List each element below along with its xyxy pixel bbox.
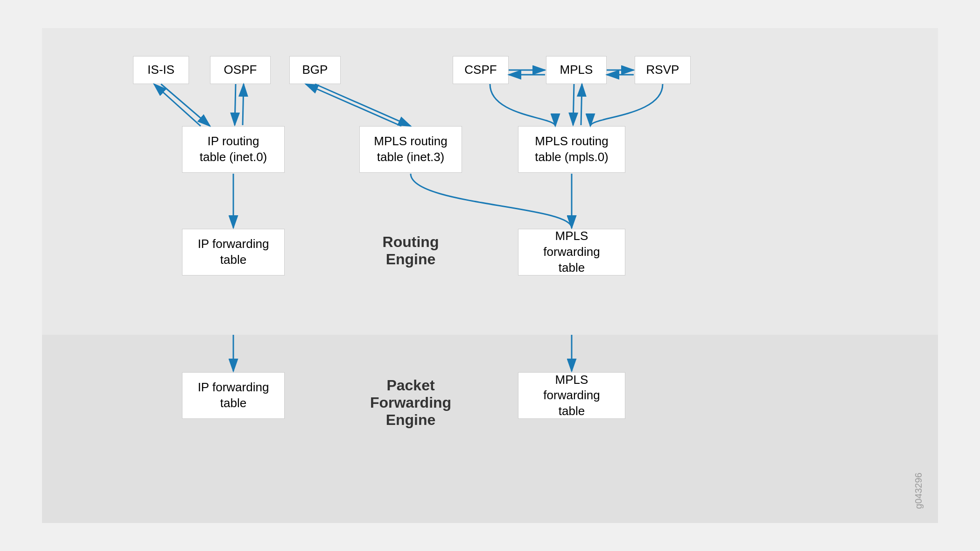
ospf-box: OSPF xyxy=(210,56,271,84)
pfe-panel: IP forwardingtable MPLS forwardingtable … xyxy=(42,335,938,523)
mpls-routing-mpls0-box: MPLS routingtable (mpls.0) xyxy=(518,126,625,173)
svg-line-9 xyxy=(243,84,244,125)
routing-engine-panel: IS-IS OSPF BGP CSPF MPLS RSVP IP routing… xyxy=(42,28,938,335)
mpls-top-box: MPLS xyxy=(546,56,607,84)
svg-line-6 xyxy=(161,84,210,126)
mpls-forwarding-table-re-box: MPLS forwardingtable xyxy=(518,229,625,276)
mpls-forwarding-table-pfe-box: MPLS forwardingtable xyxy=(518,372,625,419)
svg-line-8 xyxy=(235,84,236,125)
pfe-label: Packet ForwardingEngine xyxy=(359,377,462,429)
ip-forwarding-table-pfe-box: IP forwardingtable xyxy=(182,372,285,419)
bgp-box: BGP xyxy=(289,56,341,84)
svg-line-10 xyxy=(315,84,411,126)
watermark: g043296 xyxy=(913,473,924,509)
svg-line-11 xyxy=(306,84,401,126)
svg-line-7 xyxy=(154,84,201,126)
isis-box: IS-IS xyxy=(133,56,189,84)
pfe-arrows xyxy=(42,335,938,523)
svg-line-16 xyxy=(573,84,574,125)
mpls-routing-inet3-box: MPLS routingtable (inet.3) xyxy=(359,126,462,173)
cspf-box: CSPF xyxy=(453,56,509,84)
routing-engine-label: Routing Engine xyxy=(359,233,462,268)
svg-line-17 xyxy=(581,84,582,125)
ip-forwarding-table-re-box: IP forwardingtable xyxy=(182,229,285,276)
ip-routing-table-box: IP routingtable (inet.0) xyxy=(182,126,285,173)
rsvp-box: RSVP xyxy=(635,56,691,84)
